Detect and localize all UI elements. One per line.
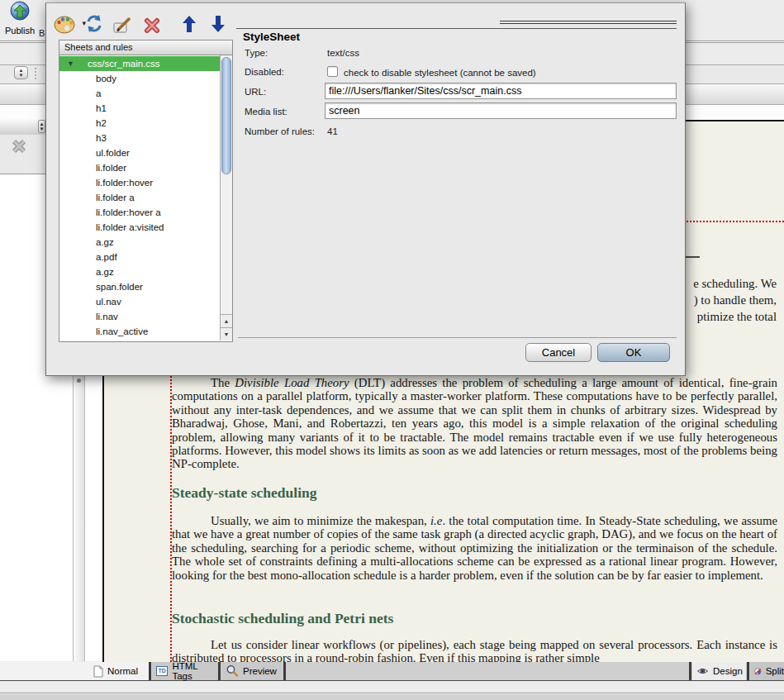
paragraph-text: The [211, 376, 235, 389]
paragraph-steady-state: Usually, we aim to minimize the makespan… [172, 514, 777, 582]
list-item[interactable]: a.gz [59, 264, 221, 279]
window-bottom-edge [0, 694, 784, 700]
tab-split[interactable]: Split [750, 662, 784, 680]
list-item[interactable]: a.gz [59, 235, 221, 250]
list-item[interactable]: ul.folder [59, 145, 221, 160]
tab-separator [689, 662, 691, 680]
panel-title: StyleSheet [243, 31, 300, 43]
list-item[interactable]: li.folder [59, 160, 221, 175]
up-arrow-icon [182, 14, 197, 34]
cancel-button[interactable]: Cancel [525, 343, 592, 362]
scrollbar-thumb[interactable] [221, 57, 231, 174]
list-item[interactable]: li.folder a [59, 190, 221, 205]
ok-button[interactable]: OK [597, 343, 670, 362]
list-item[interactable]: li.nav_active [59, 324, 221, 339]
url-label: URL: [245, 87, 266, 97]
tab-separator [747, 662, 749, 680]
paragraph-stochastic: Let us consider linear workflows (or pip… [172, 638, 777, 665]
font-size-stepper[interactable]: ▲ ▼ [14, 66, 28, 79]
refresh-button[interactable] [84, 14, 107, 37]
tab-label: Normal [107, 666, 138, 676]
media-list-label: Media list: [245, 107, 287, 117]
magnifier-icon [226, 664, 239, 678]
new-stylesheet-button[interactable]: ▾ [53, 12, 86, 37]
list-item[interactable]: h2 [59, 116, 221, 131]
sidebar-stepper[interactable]: ▲ ▼ [38, 120, 45, 133]
media-list-input[interactable] [325, 102, 677, 119]
footer-divider [238, 337, 677, 338]
list-item[interactable]: body [59, 71, 221, 86]
list-item[interactable]: ul.nav [59, 294, 221, 309]
scroll-down-button[interactable]: ▼ [221, 327, 232, 340]
publish-label: Publish [1, 26, 39, 36]
list-item[interactable]: li.nav [59, 309, 221, 324]
td-icon: TD [156, 666, 168, 676]
view-mode-tabbar: Normal TD HTML Tags Preview Design Split [0, 662, 784, 681]
list-item[interactable]: a [59, 86, 221, 101]
paragraph-text: Usually, we aim to minimize the makespan… [211, 514, 430, 527]
paragraph-italic: i.e [430, 514, 442, 527]
panel-top-border [236, 28, 677, 29]
heading-steady-state: Steady-state scheduling [172, 484, 317, 502]
globe-upload-icon [8, 12, 31, 26]
type-label: Type: [245, 48, 268, 58]
stepper-down-icon: ▼ [19, 73, 24, 78]
url-input[interactable] [325, 83, 677, 99]
red-x-icon [142, 16, 162, 36]
list-item[interactable]: h1 [59, 101, 221, 116]
stepper-down-icon: ▼ [40, 126, 45, 131]
tab-label: Design [713, 666, 743, 676]
sidebar-close-button[interactable] [10, 137, 28, 155]
list-item[interactable]: h3 [59, 131, 221, 145]
move-down-button[interactable] [211, 14, 227, 37]
page-icon [93, 665, 103, 678]
ruler-tick [686, 256, 700, 258]
gray-x-icon [10, 137, 28, 155]
list-item[interactable]: span.folder [59, 279, 221, 294]
type-value: text/css [327, 48, 359, 58]
eye-icon [696, 666, 709, 676]
rules-list: ▼ css/scr_main.css body a h1 h2 h3 ul.fo… [59, 55, 233, 342]
tab-separator [283, 662, 286, 680]
tab-label: Preview [243, 666, 277, 676]
tab-label: HTML Tags [172, 661, 218, 681]
tab-preview[interactable]: Preview [221, 662, 283, 680]
move-up-button[interactable] [182, 14, 198, 37]
stylesheet-editor-dialog: ▾ Sheets and rules [45, 2, 686, 376]
rules-count-value: 41 [327, 126, 338, 136]
list-scrollbar[interactable]: ▲ ▼ [220, 55, 232, 340]
divider [500, 21, 677, 21]
split-view-icon [754, 666, 762, 677]
list-item[interactable]: li.folder:hover [59, 175, 221, 190]
list-header: Sheets and rules [59, 40, 233, 55]
list-item[interactable]: li.folder:hover a [59, 205, 221, 220]
list-item-stylesheet[interactable]: ▼ css/scr_main.css [59, 56, 221, 71]
paragraph-italic: Divisible Load Theory [235, 376, 349, 389]
clipped-toolbar-button[interactable]: B [39, 28, 45, 38]
refresh-icon [84, 14, 104, 34]
paragraph-dlt: The Divisible Load Theory (DLT) addresse… [172, 376, 777, 471]
tab-normal[interactable]: Normal [89, 662, 149, 680]
delete-rule-button[interactable] [142, 16, 164, 37]
heading-stochastic: Stochastic scheduling and Petri nets [172, 610, 393, 627]
rules-count-label: Number of rules: [245, 126, 315, 136]
divider [500, 23, 677, 24]
tab-design[interactable]: Design [692, 662, 746, 680]
tab-label: Split [766, 666, 784, 676]
list-item-label: css/scr_main.css [88, 59, 160, 69]
tab-html-tags[interactable]: TD HTML Tags [152, 662, 218, 680]
edit-rule-button[interactable] [112, 16, 135, 37]
down-arrow-icon [211, 14, 226, 34]
divider [0, 693, 784, 693]
disabled-checkbox-text: check to disable stylesheet (cannot be s… [344, 68, 536, 78]
paragraph-text: (DLT) addresses the problem of schedulin… [172, 376, 777, 470]
disable-stylesheet-checkbox[interactable] [327, 66, 338, 77]
list-item[interactable]: li.folder a:visited [59, 220, 221, 235]
scroll-up-button[interactable]: ▲ [221, 314, 232, 327]
disabled-label: Disabled: [245, 67, 284, 77]
edit-pencil-icon [112, 16, 134, 36]
publish-button[interactable]: Publish [1, 1, 39, 40]
disclosure-triangle-icon[interactable]: ▼ [67, 56, 74, 71]
list-item[interactable]: a.pdf [59, 250, 221, 264]
status-bar [0, 681, 784, 693]
